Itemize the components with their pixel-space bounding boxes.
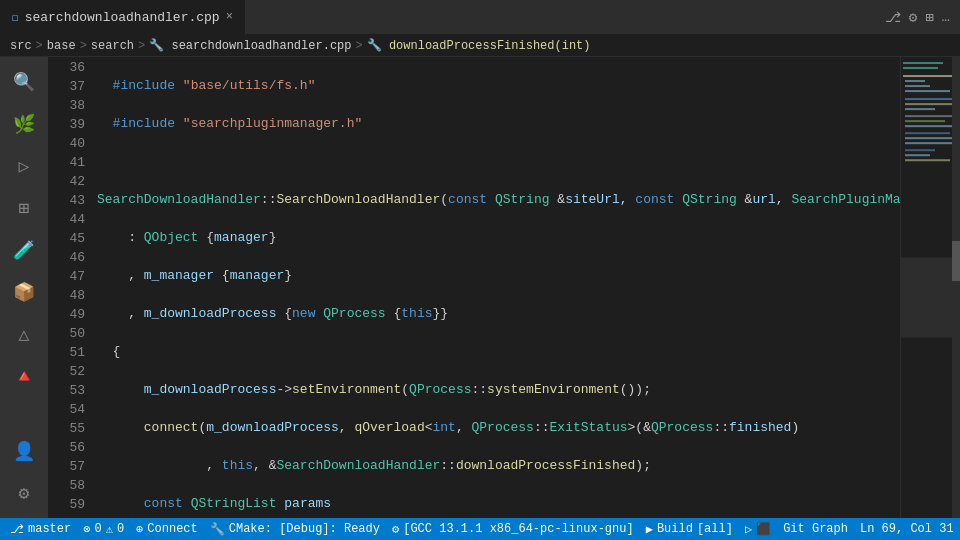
sidebar-icon-test[interactable]: 🧪 <box>4 230 44 270</box>
ln-col-label: Ln 69, Col 31 <box>860 522 954 536</box>
svg-rect-18 <box>905 159 950 161</box>
code-area[interactable]: 36 37 38 39 40 41 42 43 44 45 46 47 48 4… <box>48 57 960 518</box>
sidebar-icon-extensions[interactable]: ⊞ <box>4 188 44 228</box>
status-gcc[interactable]: ⚙ [GCC 13.1.1 x86_64-pc-linux-gnu] <box>392 522 634 537</box>
status-git-graph[interactable]: Git Graph <box>783 522 848 536</box>
svg-rect-13 <box>905 132 950 134</box>
status-cmake[interactable]: 🔧 CMake: [Debug]: Ready <box>210 522 380 537</box>
status-ln-col[interactable]: Ln 69, Col 31 <box>860 522 954 537</box>
warning-icon: ⚠ <box>106 522 113 537</box>
sidebar-icon-search[interactable]: 🔍 <box>4 62 44 102</box>
editor: 36 37 38 39 40 41 42 43 44 45 46 47 48 4… <box>48 57 960 518</box>
minimap-thumb[interactable] <box>952 241 960 281</box>
minimap-scrollbar[interactable] <box>952 57 960 518</box>
status-bar: ⎇ master ⊗ 0 ⚠ 0 ⊕ Connect 🔧 CMake: [Deb… <box>0 518 960 540</box>
minimap[interactable] <box>900 57 960 518</box>
branch-icon[interactable]: ⎇ <box>885 9 901 26</box>
main-area: 🔍 🌿 ▷ ⊞ 🧪 📦 △ 🔺 👤 ⚙ 36 37 38 39 40 41 42… <box>0 57 960 518</box>
svg-rect-9 <box>905 108 935 110</box>
sidebar-icon-run[interactable]: ▷ <box>4 146 44 186</box>
sidebar-icon-package[interactable]: 📦 <box>4 272 44 312</box>
code-content[interactable]: #include "base/utils/fs.h" #include "sea… <box>93 57 900 518</box>
status-branch[interactable]: ⎇ master <box>10 522 71 537</box>
svg-rect-6 <box>905 90 950 92</box>
file-icon: ◻ <box>12 11 19 24</box>
svg-rect-16 <box>905 149 935 151</box>
status-run-icon[interactable]: ▷ ⬛ <box>745 522 771 537</box>
status-right: Ln 69, Col 31 Spaces: 4 UTF-8 LF C++ Lin… <box>860 522 960 537</box>
svg-rect-2 <box>903 67 938 69</box>
breadcrumb: src > base > search > 🔧 searchdownloadha… <box>0 35 960 57</box>
status-build[interactable]: ▶ Build [all] <box>646 522 733 537</box>
build-target: [all] <box>697 522 733 536</box>
run-debug-icon: ▷ <box>745 522 752 537</box>
branch-name: master <box>28 522 71 536</box>
status-errors[interactable]: ⊗ 0 ⚠ 0 <box>83 522 124 537</box>
svg-rect-1 <box>903 62 943 64</box>
active-tab[interactable]: ◻ searchdownloadhandler.cpp × <box>0 0 246 35</box>
settings-icon[interactable]: ⚙ <box>909 9 917 26</box>
svg-rect-17 <box>905 154 930 156</box>
gcc-icon: ⚙ <box>392 522 399 537</box>
sidebar: 🔍 🌿 ▷ ⊞ 🧪 📦 △ 🔺 👤 ⚙ <box>0 57 48 518</box>
branch-icon: ⎇ <box>10 522 24 537</box>
cmake-icon: 🔧 <box>210 522 225 537</box>
error-count: 0 <box>94 522 101 536</box>
git-graph-label: Git Graph <box>783 522 848 536</box>
line-numbers: 36 37 38 39 40 41 42 43 44 45 46 47 48 4… <box>48 57 93 518</box>
sidebar-icon-account[interactable]: 👤 <box>4 431 44 471</box>
svg-rect-5 <box>905 85 930 87</box>
gcc-label: [GCC 13.1.1 x86_64-pc-linux-gnu] <box>403 522 633 536</box>
more-icon[interactable]: … <box>942 9 950 25</box>
build-icon: ▶ <box>646 522 653 537</box>
tab-label: searchdownloadhandler.cpp <box>25 10 220 25</box>
sidebar-icon-source-control[interactable]: 🌿 <box>4 104 44 144</box>
warning-count: 0 <box>117 522 124 536</box>
svg-rect-11 <box>905 120 945 122</box>
build-label: Build <box>657 522 693 536</box>
run-debug-icon2: ⬛ <box>756 522 771 537</box>
layout-icon[interactable]: ⊞ <box>925 9 933 26</box>
svg-rect-7 <box>905 98 955 100</box>
error-icon: ⊗ <box>83 522 90 537</box>
connect-label: Connect <box>147 522 197 536</box>
connect-icon: ⊕ <box>136 522 143 537</box>
status-connect[interactable]: ⊕ Connect <box>136 522 198 537</box>
tab-actions: ⎇ ⚙ ⊞ … <box>885 9 960 26</box>
sidebar-icon-warning[interactable]: △ <box>4 314 44 354</box>
sidebar-icon-settings[interactable]: ⚙ <box>4 473 44 513</box>
svg-rect-3 <box>903 75 958 77</box>
svg-rect-14 <box>905 137 955 139</box>
svg-rect-4 <box>905 80 925 82</box>
cmake-label: CMake: [Debug]: Ready <box>229 522 380 536</box>
tab-close-button[interactable]: × <box>226 10 233 24</box>
tab-bar: ◻ searchdownloadhandler.cpp × ⎇ ⚙ ⊞ … <box>0 0 960 35</box>
sidebar-icon-cmake[interactable]: 🔺 <box>4 356 44 396</box>
